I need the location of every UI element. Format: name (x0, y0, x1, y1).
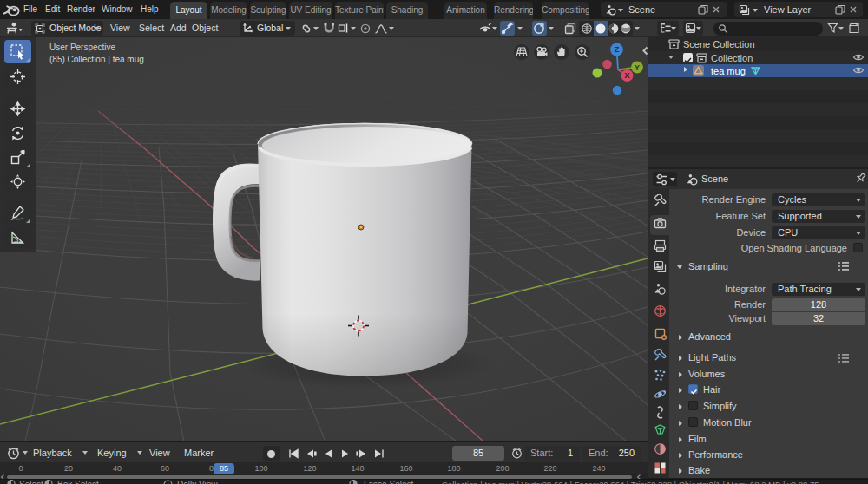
svg-text:X: X (624, 71, 629, 80)
svg-text:Y: Y (635, 63, 640, 72)
svg-text:Z: Z (615, 45, 620, 54)
